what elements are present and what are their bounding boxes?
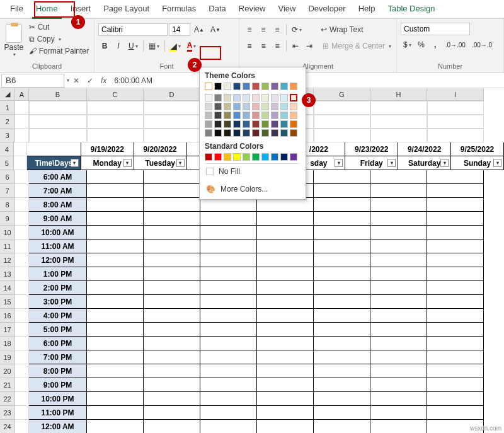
grid-cell[interactable]	[370, 170, 427, 184]
grid-cell[interactable]	[87, 281, 144, 295]
date-header[interactable]: 9/24/2022	[398, 142, 451, 156]
grid-cell[interactable]	[427, 240, 484, 253]
time-cell[interactable]: 12:00 AM	[29, 420, 87, 433]
grid-cell[interactable]	[257, 420, 314, 433]
row-header[interactable]: 18	[0, 337, 15, 350]
date-header[interactable]: 9/19/2022	[81, 142, 134, 156]
filter-icon[interactable]: ▾	[71, 159, 79, 167]
row-header[interactable]: 5	[0, 156, 14, 170]
color-swatch[interactable]	[214, 153, 222, 161]
col-header[interactable]: G	[314, 88, 370, 101]
grid-cell[interactable]	[200, 309, 257, 323]
grid-cell[interactable]	[87, 226, 144, 240]
color-swatch[interactable]	[233, 153, 241, 161]
grid-cell[interactable]	[144, 295, 200, 309]
grid-cell[interactable]	[314, 212, 370, 226]
grid-cell[interactable]	[87, 323, 144, 337]
fill-color-button[interactable]: ◢ ▾	[168, 39, 183, 53]
grid-cell[interactable]	[144, 184, 200, 198]
grid-cell[interactable]	[257, 253, 314, 267]
time-cell[interactable]: 9:00 PM	[29, 378, 87, 392]
fx-icon[interactable]: fx	[97, 76, 110, 85]
color-swatch[interactable]	[243, 129, 250, 137]
time-cell[interactable]: 2:00 PM	[29, 281, 87, 295]
color-swatch[interactable]	[261, 83, 269, 90]
color-swatch[interactable]	[243, 153, 250, 161]
color-swatch[interactable]	[214, 103, 222, 110]
grid-cell[interactable]	[200, 420, 257, 433]
color-swatch[interactable]	[271, 94, 278, 101]
time-cell[interactable]: 11:00 AM	[29, 240, 87, 253]
color-swatch[interactable]	[280, 83, 288, 90]
grid-cell[interactable]	[370, 295, 427, 309]
row-header[interactable]: 14	[0, 281, 15, 295]
row-header[interactable]: 10	[0, 226, 15, 240]
color-swatch[interactable]	[290, 103, 297, 110]
grid-cell[interactable]	[87, 350, 144, 364]
color-swatch[interactable]	[280, 103, 288, 110]
grid-cell[interactable]	[370, 198, 427, 212]
enter-icon[interactable]: ✓	[83, 76, 97, 85]
grid-cell[interactable]	[370, 281, 427, 295]
time-cell[interactable]: 6:00 PM	[29, 337, 87, 350]
grid-cell[interactable]	[427, 337, 484, 350]
color-swatch[interactable]	[261, 94, 269, 101]
row-header[interactable]: 24	[0, 420, 15, 433]
grid-cell[interactable]	[427, 267, 484, 281]
color-swatch[interactable]	[290, 83, 297, 90]
wrap-text-button[interactable]: ↩Wrap Text	[319, 24, 365, 35]
color-swatch[interactable]	[271, 83, 278, 90]
percent-button[interactable]: %	[415, 38, 428, 52]
color-swatch[interactable]	[271, 120, 278, 128]
increase-decimal-button[interactable]: .0→.00	[443, 38, 468, 52]
grid-cell[interactable]	[257, 392, 314, 406]
borders-button[interactable]: ▦▾	[146, 39, 162, 53]
col-header[interactable]: D	[144, 88, 200, 101]
color-swatch[interactable]	[280, 129, 288, 137]
grid-cell[interactable]	[370, 267, 427, 281]
color-swatch[interactable]	[243, 103, 250, 110]
grid-cell[interactable]	[370, 392, 427, 406]
tab-review[interactable]: Review	[232, 0, 272, 18]
row-header[interactable]: 23	[0, 406, 15, 420]
row-header[interactable]: 8	[0, 198, 15, 212]
color-swatch[interactable]	[243, 112, 250, 119]
color-swatch[interactable]	[261, 120, 269, 128]
tab-developer[interactable]: Developer	[302, 0, 352, 18]
grid-cell[interactable]	[314, 420, 370, 433]
grid-cell[interactable]	[200, 295, 257, 309]
grid-cell[interactable]	[200, 337, 257, 350]
row-header[interactable]: 1	[0, 101, 15, 115]
grid-cell[interactable]	[314, 253, 370, 267]
grid-cell[interactable]	[370, 226, 427, 240]
color-swatch[interactable]	[224, 129, 231, 137]
time-cell[interactable]: 10:00 AM	[29, 226, 87, 240]
grid-cell[interactable]	[257, 323, 314, 337]
grid-cell[interactable]	[87, 406, 144, 420]
grid-cell[interactable]	[370, 309, 427, 323]
day-header[interactable]: Friday▾	[345, 156, 398, 170]
grid-cell[interactable]	[370, 337, 427, 350]
align-right-button[interactable]: ≡	[271, 39, 284, 53]
tab-table-design[interactable]: Table Design	[381, 0, 441, 18]
underline-button[interactable]: U▾	[126, 39, 140, 53]
day-header[interactable]: Sunday▾	[451, 156, 504, 170]
row-header[interactable]: 21	[0, 378, 15, 392]
row-header[interactable]: 12	[0, 253, 15, 267]
grid-cell[interactable]	[314, 364, 370, 378]
grid-cell[interactable]	[427, 295, 484, 309]
color-swatch[interactable]	[214, 112, 222, 119]
color-swatch[interactable]	[205, 94, 212, 101]
grid-cell[interactable]	[200, 281, 257, 295]
increase-indent-button[interactable]: ⇥	[303, 39, 316, 53]
grid-cell[interactable]	[314, 295, 370, 309]
grid-cell[interactable]	[200, 364, 257, 378]
color-swatch[interactable]	[280, 112, 288, 119]
grid-cell[interactable]	[200, 392, 257, 406]
color-swatch[interactable]	[233, 112, 241, 119]
grid-cell[interactable]	[200, 240, 257, 253]
row-header[interactable]: 11	[0, 240, 15, 253]
grid-cell[interactable]	[314, 240, 370, 253]
time-cell[interactable]: 4:00 PM	[29, 309, 87, 323]
color-swatch[interactable]	[290, 129, 297, 137]
